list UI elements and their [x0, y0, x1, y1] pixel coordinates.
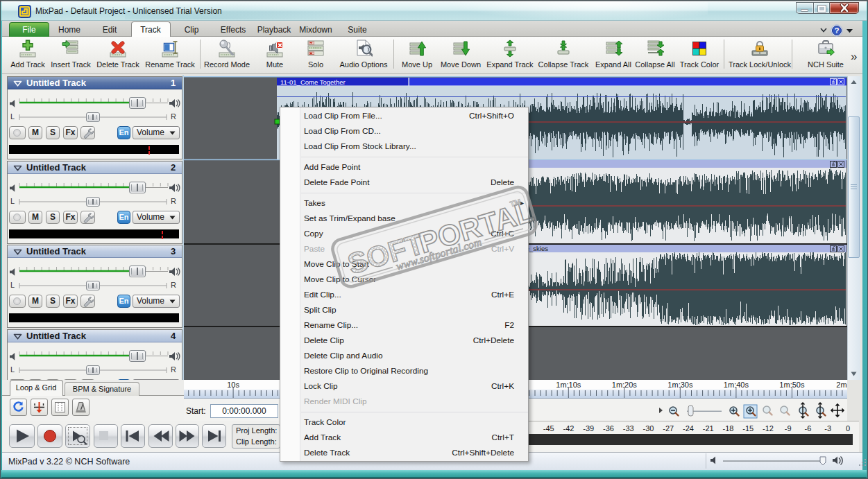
- svg-text:11-01_Come Together: 11-01_Come Together: [280, 78, 346, 86]
- svg-text:?: ?: [834, 26, 839, 35]
